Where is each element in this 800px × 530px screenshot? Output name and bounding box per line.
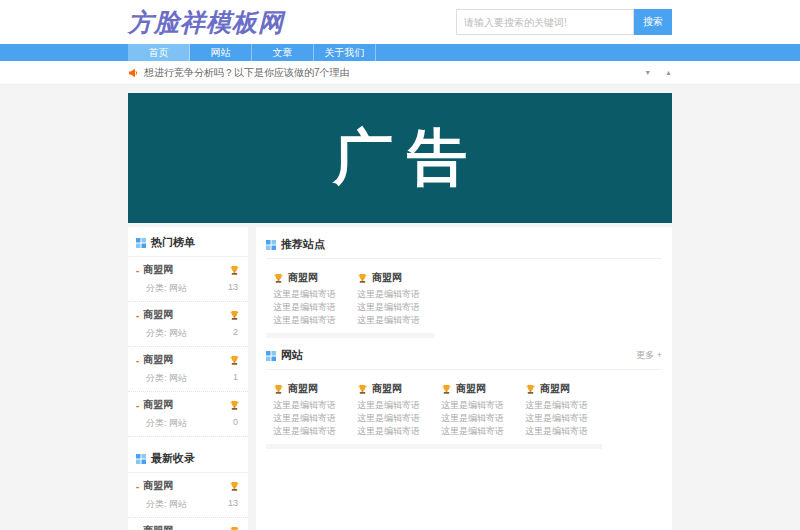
site-card[interactable]: 商盟网 这里是编辑寄语这里是编辑寄语这里是编辑寄语这里是编辑寄语	[266, 378, 350, 444]
card-description: 这里是编辑寄语这里是编辑寄语这里是编辑寄语这里是编辑寄语	[441, 399, 511, 438]
announcement-link[interactable]: 想进行竞争分析吗？以下是你应该做的7个理由	[144, 66, 350, 80]
more-link[interactable]: 更多 +	[636, 349, 662, 362]
site-card[interactable]: 商盟网 这里是编辑寄语这里是编辑寄语这里是编辑寄语这里是编辑寄语	[518, 378, 602, 444]
site-category: 分类: 网站	[146, 372, 187, 385]
list-item[interactable]: - 商盟网 分类: 网站 1	[128, 347, 248, 392]
list-item[interactable]: - 商盟网 分类: 网站 0	[128, 392, 248, 437]
site-title: 商盟网	[143, 308, 173, 322]
latest-icon	[136, 454, 146, 464]
site-count: 13	[228, 282, 238, 295]
card-description: 这里是编辑寄语这里是编辑寄语这里是编辑寄语这里是编辑寄语	[273, 288, 343, 327]
bullet-icon: -	[136, 355, 139, 366]
recommended-icon	[266, 240, 276, 250]
site-card[interactable]: 商盟网 这里是编辑寄语这里是编辑寄语这里是编辑寄语这里是编辑寄语	[266, 267, 350, 333]
search-input[interactable]	[456, 9, 634, 35]
nav-item-sites[interactable]: 网站	[190, 44, 252, 61]
bullet-icon: -	[136, 481, 139, 492]
site-count: 0	[233, 417, 238, 430]
search-box: 搜索	[456, 9, 672, 35]
list-item[interactable]: - 商盟网 分类: 网站 1	[128, 518, 248, 530]
announcement-icon	[128, 68, 138, 78]
bullet-icon: -	[136, 400, 139, 411]
recommended-cards: 商盟网 这里是编辑寄语这里是编辑寄语这里是编辑寄语这里是编辑寄语 商盟网	[266, 267, 434, 338]
latest-header: 最新收录	[128, 437, 248, 473]
hot-list-icon	[136, 238, 146, 248]
card-description: 这里是编辑寄语这里是编辑寄语这里是编辑寄语这里是编辑寄语	[525, 399, 595, 438]
recommended-title: 推荐站点	[281, 237, 325, 252]
site-count: 2	[233, 327, 238, 340]
site-favicon-icon	[441, 384, 452, 395]
search-button[interactable]: 搜索	[634, 9, 672, 35]
card-title: 商盟网	[372, 382, 402, 396]
site-favicon-icon	[525, 384, 536, 395]
sidebar: 热门榜单 - 商盟网 分类: 网站 13	[128, 227, 248, 530]
card-title: 商盟网	[288, 382, 318, 396]
main-panel: 推荐站点 商盟网 这里是编辑寄语这里是编辑寄语这里是编辑寄语这里是编辑寄语	[256, 227, 672, 530]
bullet-icon: -	[136, 526, 139, 530]
card-description: 这里是编辑寄语这里是编辑寄语这里是编辑寄语这里是编辑寄语	[357, 288, 427, 327]
card-title: 商盟网	[456, 382, 486, 396]
site-card[interactable]: 商盟网 这里是编辑寄语这里是编辑寄语这里是编辑寄语这里是编辑寄语	[350, 378, 434, 444]
list-item[interactable]: - 商盟网 分类: 网站 13	[128, 473, 248, 518]
hot-list-title: 热门榜单	[151, 235, 195, 250]
nav-item-about[interactable]: 关于我们	[314, 44, 376, 61]
site-count: 1	[233, 372, 238, 385]
sites-title: 网站	[281, 348, 303, 363]
list-item[interactable]: - 商盟网 分类: 网站 13	[128, 257, 248, 302]
card-title: 商盟网	[372, 271, 402, 285]
list-item[interactable]: - 商盟网 分类: 网站 2	[128, 302, 248, 347]
main-nav: 首页 网站 文章 关于我们	[0, 44, 800, 61]
card-description: 这里是编辑寄语这里是编辑寄语这里是编辑寄语这里是编辑寄语	[273, 399, 343, 438]
site-logo[interactable]: 方脸祥模板网	[128, 6, 284, 39]
site-count: 13	[228, 498, 238, 511]
site-favicon-icon	[229, 526, 240, 530]
hot-list-section: 热门榜单 - 商盟网 分类: 网站 13	[128, 227, 248, 437]
card-title: 商盟网	[540, 382, 570, 396]
sites-section: 网站 更多 + 商盟网 这里是编辑寄语这里是编辑寄语这里是编辑寄语这里	[266, 338, 662, 449]
nav-item-home[interactable]: 首页	[128, 44, 190, 61]
site-title: 商盟网	[143, 479, 173, 493]
nav-item-articles[interactable]: 文章	[252, 44, 314, 61]
site-favicon-icon	[229, 481, 240, 492]
site-title: 商盟网	[143, 263, 173, 277]
sites-cards: 商盟网 这里是编辑寄语这里是编辑寄语这里是编辑寄语这里是编辑寄语 商盟网	[266, 378, 602, 449]
site-category: 分类: 网站	[146, 417, 187, 430]
site-title: 商盟网	[143, 524, 173, 530]
announcement-bar: 想进行竞争分析吗？以下是你应该做的7个理由 ▼ ▲	[0, 61, 800, 85]
site-title: 商盟网	[143, 353, 173, 367]
card-description: 这里是编辑寄语这里是编辑寄语这里是编辑寄语这里是编辑寄语	[357, 399, 427, 438]
site-header: 方脸祥模板网 搜索	[0, 0, 800, 44]
site-favicon-icon	[229, 355, 240, 366]
ad-banner[interactable]: 广告	[128, 93, 672, 223]
recommended-section: 推荐站点 商盟网 这里是编辑寄语这里是编辑寄语这里是编辑寄语这里是编辑寄语	[266, 227, 662, 338]
site-favicon-icon	[273, 273, 284, 284]
site-card[interactable]: 商盟网 这里是编辑寄语这里是编辑寄语这里是编辑寄语这里是编辑寄语	[350, 267, 434, 333]
site-category: 分类: 网站	[146, 327, 187, 340]
site-favicon-icon	[357, 273, 368, 284]
latest-section: 最新收录 - 商盟网 分类: 网站 13	[128, 437, 248, 530]
site-title: 商盟网	[143, 398, 173, 412]
site-category: 分类: 网站	[146, 498, 187, 511]
site-favicon-icon	[229, 310, 240, 321]
bullet-icon: -	[136, 265, 139, 276]
sites-header: 网站 更多 +	[266, 338, 662, 370]
announcement-controls: ▼ ▲	[644, 69, 672, 76]
site-card[interactable]: 商盟网 这里是编辑寄语这里是编辑寄语这里是编辑寄语这里是编辑寄语	[434, 378, 518, 444]
recommended-header: 推荐站点	[266, 227, 662, 259]
site-favicon-icon	[229, 265, 240, 276]
ad-banner-text: 广告	[319, 118, 481, 199]
card-title: 商盟网	[288, 271, 318, 285]
site-favicon-icon	[273, 384, 284, 395]
announcement-prev-icon[interactable]: ▼	[644, 69, 651, 76]
announcement-next-icon[interactable]: ▲	[665, 69, 672, 76]
bullet-icon: -	[136, 310, 139, 321]
sites-icon	[266, 351, 276, 361]
site-favicon-icon	[229, 400, 240, 411]
latest-title: 最新收录	[151, 451, 195, 466]
site-favicon-icon	[357, 384, 368, 395]
site-category: 分类: 网站	[146, 282, 187, 295]
hot-list-header: 热门榜单	[128, 227, 248, 257]
